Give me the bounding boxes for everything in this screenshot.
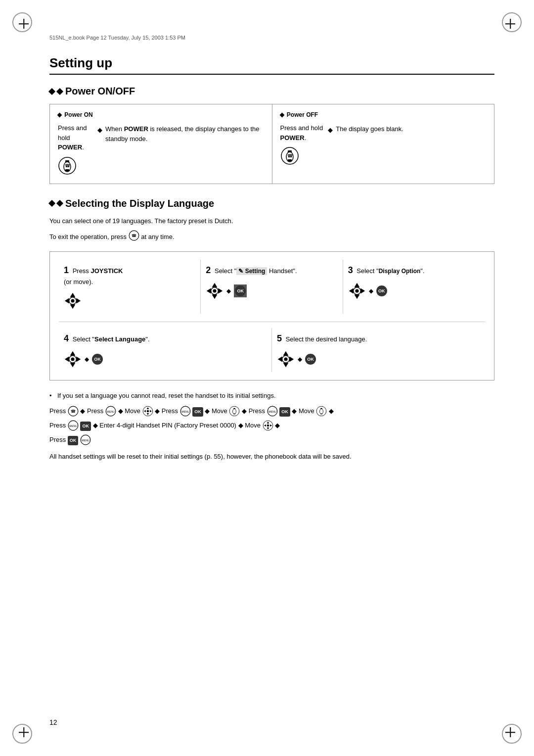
step-3: 3 Select "Display Option". ◆ OK [343, 260, 485, 314]
svg-marker-31 [70, 363, 76, 367]
handset-icon-1 [229, 406, 240, 417]
step-2-number: 2 [206, 265, 211, 275]
arrow-3: ◆ Press [155, 407, 179, 415]
exit-phone-icon: ☎ [129, 230, 139, 244]
svg-marker-24 [354, 283, 359, 287]
step-2-label: 2 Select "✎ Setting Handset". [206, 264, 337, 277]
svg-point-71 [267, 425, 269, 427]
step-4-number: 4 [64, 333, 69, 343]
small-diamond-on [57, 113, 62, 118]
reset-line-3: Press OK MENU [49, 434, 494, 446]
reg-mark-tr [505, 19, 515, 29]
svg-text:☎: ☎ [65, 163, 70, 168]
reg-mark-br [505, 727, 515, 737]
svg-text:MENU: MENU [268, 410, 276, 413]
svg-marker-69 [264, 425, 266, 427]
step-1-number: 1 [64, 265, 69, 275]
svg-marker-38 [278, 356, 282, 362]
lang-exit: To exit the operation, press ☎ at any ti… [49, 230, 494, 244]
lang-intro: You can select one of 19 languages. The … [49, 216, 494, 227]
step-3-label: 3 Select "Display Option". [348, 264, 480, 277]
svg-point-41 [284, 357, 287, 361]
small-diamond-off [279, 113, 284, 118]
step-5-number: 5 [277, 333, 282, 343]
power-on-col: Power ON Press and holdPOWER. ☎ [50, 104, 272, 184]
ok-inline-1: OK [192, 407, 205, 415]
svg-marker-32 [65, 356, 69, 362]
ok-inline-3: OK [80, 422, 92, 429]
svg-text:MENU: MENU [69, 425, 77, 427]
step-5-label: 5 Select the desired language. [277, 332, 480, 345]
svg-marker-26 [349, 288, 353, 294]
page-number: 12 [49, 718, 57, 726]
svg-marker-21 [219, 288, 223, 294]
step-2-arrow: ◆ [226, 287, 231, 294]
power-on-left: Press and holdPOWER. ☎ [58, 123, 92, 177]
step-3-number: 3 [348, 265, 353, 275]
power-off-left: Press and holdPOWER. ☎ [280, 123, 323, 167]
step-5: 5 Select the desired language. ◆ OK [272, 328, 485, 372]
steps-box: 1 Press JOYSTICK(or move). [49, 251, 494, 380]
step-4-icons: ◆ OK [64, 350, 267, 368]
diamond-icon-1 [48, 88, 55, 94]
step-5-icons: ◆ OK [277, 350, 480, 368]
step-5-arrow: ◆ [298, 356, 302, 363]
svg-rect-63 [320, 414, 322, 415]
reset-section: If you set a language you cannot read, r… [49, 390, 494, 463]
power-on-title: Power ON [58, 111, 264, 118]
svg-marker-18 [212, 283, 218, 287]
language-section-title: Selecting the Display Language [49, 198, 494, 209]
section-title: Setting up [49, 55, 494, 75]
svg-rect-2 [65, 160, 69, 162]
press-label-1: Press [49, 407, 68, 415]
arrow-5: ◆ Press [242, 407, 267, 415]
power-off-phone-icon: ☎ [280, 146, 323, 167]
svg-marker-19 [212, 294, 218, 299]
svg-marker-50 [150, 410, 152, 413]
power-off-arrow-item: ◆ The display goes blank. [328, 124, 403, 135]
steps-grid-row1: 1 Press JOYSTICK(or move). [59, 260, 485, 314]
joystick-small-1 [142, 406, 153, 417]
ok-badge-4: OK [92, 354, 103, 365]
step-4-select-text: Select Language [94, 335, 145, 343]
press-icon-menu-2: MENU [180, 406, 191, 417]
reset-bullet: If you set a language you cannot read, r… [49, 390, 494, 401]
power-on-content: Press and holdPOWER. ☎ [58, 123, 264, 177]
svg-marker-27 [360, 288, 365, 294]
ok-badge-5: OK [305, 354, 316, 365]
svg-rect-8 [288, 159, 292, 161]
svg-point-17 [71, 299, 74, 302]
step-3-icons: ◆ OK [348, 282, 480, 300]
press-label-2: Press [49, 422, 68, 429]
press-icon-menu: MENU [105, 406, 116, 417]
arrow-sym-on: ◆ [97, 125, 102, 135]
step-4-label: 4 Select "Select Language". [64, 332, 267, 345]
joystick-icon-4 [64, 350, 82, 368]
svg-point-61 [320, 409, 323, 414]
step-2-setting: ✎ Setting [236, 267, 267, 275]
arrow-7: ◆ [329, 407, 334, 415]
svg-point-35 [71, 357, 74, 361]
svg-marker-14 [65, 298, 69, 303]
power-off-right: ◆ The display goes blank. [328, 124, 403, 135]
power-on-arrow-item: ◆ When POWER is released, the display ch… [97, 124, 264, 143]
svg-marker-15 [76, 298, 81, 303]
svg-text:☎: ☎ [287, 153, 292, 158]
svg-marker-47 [146, 407, 149, 409]
ok-inline-2: OK [279, 407, 292, 415]
diamond-icon-3 [48, 200, 55, 207]
svg-point-29 [355, 289, 358, 292]
svg-rect-56 [233, 408, 235, 409]
press-icon-menu-4: MENU [68, 420, 79, 431]
power-off-blank: The display goes blank. [336, 124, 403, 134]
press-icon-menu-3: MENU [267, 406, 278, 417]
joystick-icon-2 [206, 282, 223, 300]
svg-marker-33 [76, 356, 81, 362]
joystick-small-2 [263, 420, 273, 431]
power-on-text: Press and holdPOWER. [58, 123, 92, 152]
diamond-icon-4 [56, 200, 63, 207]
joystick-icon-3 [348, 282, 366, 300]
ok-inline-4: OK [68, 436, 80, 443]
power-off-col: Power OFF Press and holdPOWER. ☎ [272, 104, 494, 184]
svg-point-60 [316, 406, 326, 416]
